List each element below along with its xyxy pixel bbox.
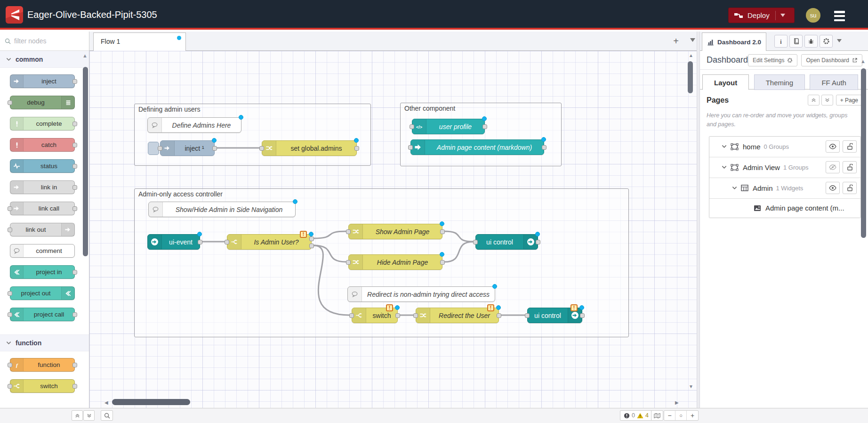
output-port[interactable] (198, 240, 202, 244)
user-avatar[interactable]: su (806, 8, 820, 23)
lock-toggle[interactable] (843, 140, 857, 153)
output-port[interactable] (580, 313, 585, 318)
open-dashboard-button[interactable]: Open Dashboard (801, 54, 862, 66)
tab-help-button[interactable] (789, 35, 803, 48)
output-port[interactable] (354, 146, 359, 151)
canvas-scroll-right-icon[interactable]: ▶ (675, 400, 679, 405)
chevron-down-icon[interactable] (732, 186, 737, 190)
flow-group[interactable]: Defining admin users (134, 104, 371, 166)
visibility-toggle[interactable] (826, 182, 840, 194)
input-port[interactable] (408, 145, 413, 150)
tab-info-button[interactable]: i (774, 35, 788, 48)
palette-node-function[interactable]: ffunction (10, 358, 75, 372)
input-port[interactable] (525, 313, 530, 318)
input-port[interactable] (473, 240, 478, 244)
flow-list-caret[interactable] (690, 38, 695, 42)
notifications-badge[interactable]: 0 4 (620, 410, 652, 421)
flow-node-is-admin-user-[interactable]: Is Admin User?! (227, 234, 312, 250)
sidebar-scroll-up-icon[interactable]: ▲ (860, 58, 866, 64)
tab-dashboard-2[interactable]: Dashboard 2.0 (702, 33, 766, 51)
chevron-down-icon[interactable] (722, 145, 727, 148)
canvas-vscrollbar[interactable] (688, 61, 693, 93)
chevron-down-icon[interactable] (722, 165, 727, 169)
deploy-button[interactable]: Deploy (728, 8, 795, 23)
palette-node-link-in[interactable]: link in (10, 180, 75, 194)
flow-node-ui-control[interactable]: ui control! (527, 308, 582, 323)
lock-toggle[interactable] (843, 161, 857, 173)
palette-node-switch[interactable]: switch (10, 379, 75, 393)
add-page-button[interactable]: + Page (836, 95, 862, 106)
flow-node-show-hide-admin-in-side-navigation[interactable]: Show/Hide Admin in Side Navigation (148, 202, 296, 217)
palette-scroll-up-icon[interactable]: ▲ (82, 53, 88, 58)
input-port[interactable] (259, 146, 264, 151)
palette-node-status[interactable]: status (10, 159, 75, 173)
flow-node-redirect-the-user[interactable]: Redirect the User! (416, 308, 499, 323)
canvas-scroll-up-icon[interactable]: ▲ (689, 53, 693, 58)
output-port[interactable] (440, 260, 445, 265)
output-port[interactable] (395, 313, 400, 318)
visibility-toggle[interactable] (826, 140, 840, 153)
palette-node-inject[interactable]: inject (10, 74, 75, 88)
deploy-options-caret[interactable] (775, 11, 785, 20)
input-port[interactable] (349, 313, 354, 318)
lock-toggle[interactable] (843, 182, 857, 194)
canvas-hscrollbar[interactable] (112, 399, 190, 405)
flow-node-inject-[interactable]: inject ¹ (160, 140, 215, 156)
tab-layout[interactable]: Layout (702, 74, 749, 90)
palette-node-link-call[interactable]: link call (10, 202, 75, 215)
search-flows-button[interactable] (101, 410, 113, 421)
flow-node-user-profile[interactable]: </>user profile (412, 119, 485, 134)
flow-node-ui-event[interactable]: ui-event (147, 234, 200, 250)
flow-node-show-admin-page[interactable]: Show Admin Page (348, 224, 442, 239)
input-port[interactable] (413, 313, 418, 318)
flow-node-define-admins-here[interactable]: Define Admins Here (147, 117, 241, 133)
tab-config-button[interactable] (820, 35, 833, 48)
edit-settings-button[interactable]: Edit Settings (748, 54, 797, 66)
input-port[interactable] (225, 240, 229, 244)
palette-filter-input[interactable] (14, 37, 75, 45)
zoom-out-button[interactable]: − (664, 411, 675, 420)
pages-tree-row-admin-view[interactable]: Admin View1 Groups (709, 157, 860, 178)
palette-search[interactable] (0, 32, 89, 51)
palette-node-comment[interactable]: comment (10, 244, 75, 258)
palette-node-project-call[interactable]: project call (10, 308, 75, 321)
output-port[interactable] (536, 240, 540, 244)
output-port[interactable] (212, 146, 217, 151)
palette-node-project-out[interactable]: project out (10, 286, 75, 300)
pages-tree-row-admin[interactable]: Admin1 Widgets (709, 178, 860, 199)
palette-collapse-all-button[interactable] (72, 410, 83, 421)
flow-group[interactable]: Other component (400, 103, 562, 166)
tab-ff-auth[interactable]: FF Auth (810, 74, 858, 90)
canvas-scroll-left-icon[interactable]: ◀ (104, 400, 108, 405)
palette-node-link-out[interactable]: link out (10, 223, 75, 236)
output-port[interactable] (440, 229, 445, 234)
add-flow-button[interactable]: + (670, 35, 682, 48)
input-port[interactable] (346, 229, 351, 234)
visibility-toggle[interactable] (826, 161, 840, 173)
sidebar-splitter[interactable] (697, 32, 700, 408)
output-port[interactable] (542, 145, 547, 150)
navigator-button[interactable] (651, 410, 663, 421)
zoom-in-button[interactable]: + (687, 411, 698, 420)
flow-canvas[interactable]: Defining admin usersOther componentAdmin… (89, 51, 697, 408)
palette-category-function[interactable]: function (0, 334, 89, 351)
palette-category-common[interactable]: common (0, 51, 89, 68)
palette-expand-all-button[interactable] (83, 410, 95, 421)
flow-node-admin-page-content-markdown-[interactable]: Admin page content (markdown) (410, 139, 544, 155)
palette-node-debug[interactable]: debug (10, 96, 75, 109)
palette-node-complete[interactable]: complete (10, 117, 75, 130)
input-port[interactable] (410, 124, 414, 129)
zoom-reset-button[interactable]: ○ (675, 411, 687, 420)
input-port[interactable] (346, 260, 351, 265)
collapse-all-button[interactable] (808, 95, 820, 106)
output-port[interactable] (497, 313, 501, 318)
palette-node-catch[interactable]: catch (10, 138, 75, 152)
output-port[interactable] (309, 244, 314, 248)
palette-node-project-in[interactable]: project in (10, 265, 75, 279)
input-port[interactable] (158, 146, 162, 151)
output-port[interactable] (309, 236, 314, 241)
expand-all-button[interactable] (821, 95, 833, 106)
main-menu-icon[interactable] (834, 11, 845, 21)
flow-node-ui-control[interactable]: ui control (475, 234, 538, 250)
sidebar-scrollbar[interactable] (861, 68, 866, 238)
